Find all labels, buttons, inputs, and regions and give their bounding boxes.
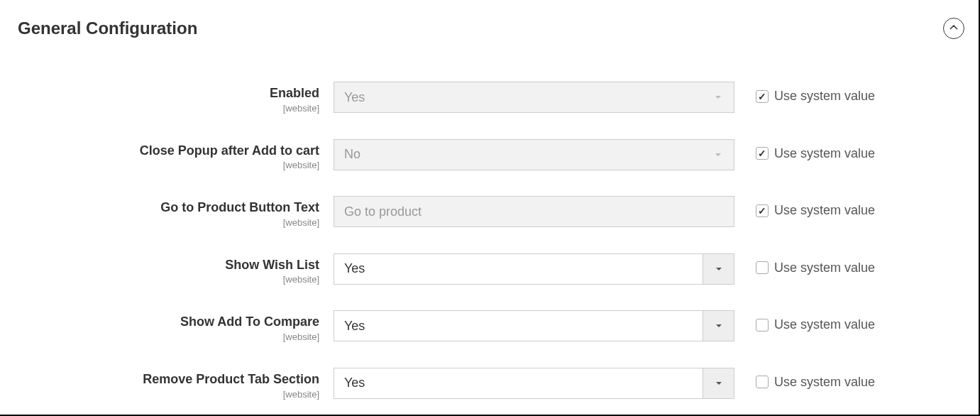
use-system-value-wrap: Use system value xyxy=(734,82,875,104)
use-system-value-wrap: Use system value xyxy=(734,368,875,390)
form-row-go-to-product-button-text: Go to Product Button Text[website]Use sy… xyxy=(18,196,964,228)
field-input-col: Yes xyxy=(334,82,734,113)
use-system-value-label[interactable]: Use system value xyxy=(774,203,875,218)
use-system-value-label[interactable]: Use system value xyxy=(774,261,875,275)
use-system-value-label[interactable]: Use system value xyxy=(774,146,875,161)
show-add-to-compare-select[interactable]: Yes xyxy=(334,310,734,341)
field-scope: [website] xyxy=(18,217,319,228)
chevron-down-icon xyxy=(703,254,734,284)
field-label: Enabled xyxy=(18,86,319,102)
use-system-value-checkbox[interactable] xyxy=(756,204,769,217)
field-input-col xyxy=(334,196,734,227)
use-system-value-wrap: Use system value xyxy=(734,196,875,218)
use-system-value-label[interactable]: Use system value xyxy=(774,317,875,332)
chevron-up-icon xyxy=(949,23,959,35)
use-system-value-checkbox[interactable] xyxy=(756,376,769,388)
close-popup-after-add-to-cart-select: No xyxy=(334,139,734,170)
field-label-col: Close Popup after Add to cart[website] xyxy=(18,139,334,171)
field-scope: [website] xyxy=(18,103,319,114)
select-value: No xyxy=(334,147,703,162)
collapse-toggle-button[interactable] xyxy=(943,18,964,39)
form-row-show-wish-list: Show Wish List[website]YesUse system val… xyxy=(18,253,964,285)
field-input-col: No xyxy=(334,139,734,170)
form-row-enabled: Enabled[website]YesUse system value xyxy=(18,82,964,114)
use-system-value-wrap: Use system value xyxy=(734,139,875,161)
use-system-value-wrap: Use system value xyxy=(734,253,875,275)
select-value: Yes xyxy=(334,90,703,105)
select-value: Yes xyxy=(334,319,703,334)
chevron-down-icon xyxy=(703,140,734,170)
remove-product-tab-section-select[interactable]: Yes xyxy=(334,368,734,399)
field-label: Close Popup after Add to cart xyxy=(18,143,319,159)
enabled-select: Yes xyxy=(334,82,734,113)
section-header: General Configuration xyxy=(18,18,964,39)
go-to-product-button-text-input xyxy=(334,196,734,227)
field-label: Show Add To Compare xyxy=(18,314,319,330)
field-scope: [website] xyxy=(18,389,319,400)
field-scope: [website] xyxy=(18,332,319,342)
show-wish-list-select[interactable]: Yes xyxy=(334,253,734,285)
field-label-col: Show Add To Compare[website] xyxy=(18,310,334,342)
field-label-col: Remove Product Tab Section[website] xyxy=(18,368,334,400)
use-system-value-wrap: Use system value xyxy=(734,310,875,332)
use-system-value-label[interactable]: Use system value xyxy=(774,89,875,104)
field-scope: [website] xyxy=(18,274,319,285)
field-input-col: Yes xyxy=(334,253,734,285)
use-system-value-checkbox[interactable] xyxy=(756,319,769,332)
field-label-col: Go to Product Button Text[website] xyxy=(18,196,334,228)
field-label: Go to Product Button Text xyxy=(18,200,319,216)
chevron-down-icon xyxy=(703,368,734,398)
chevron-down-icon xyxy=(703,311,734,341)
use-system-value-label[interactable]: Use system value xyxy=(774,375,875,390)
field-input-col: Yes xyxy=(334,310,734,341)
field-label: Show Wish List xyxy=(18,258,319,273)
form-row-show-add-to-compare: Show Add To Compare[website]YesUse syste… xyxy=(18,310,964,342)
use-system-value-checkbox[interactable] xyxy=(756,147,769,160)
field-scope: [website] xyxy=(18,160,319,170)
field-input-col: Yes xyxy=(334,368,734,399)
select-value: Yes xyxy=(334,261,703,276)
select-value: Yes xyxy=(334,376,703,390)
form-row-close-popup-after-add-to-cart: Close Popup after Add to cart[website]No… xyxy=(18,139,964,171)
field-label-col: Show Wish List[website] xyxy=(18,253,334,285)
section-title: General Configuration xyxy=(18,18,197,38)
field-label-col: Enabled[website] xyxy=(18,82,334,114)
form-row-remove-product-tab-section: Remove Product Tab Section[website]YesUs… xyxy=(18,368,964,400)
form-rows: Enabled[website]YesUse system valueClose… xyxy=(18,82,964,400)
chevron-down-icon xyxy=(703,82,734,112)
field-label: Remove Product Tab Section xyxy=(18,372,319,388)
use-system-value-checkbox[interactable] xyxy=(756,90,769,103)
use-system-value-checkbox[interactable] xyxy=(756,261,769,274)
